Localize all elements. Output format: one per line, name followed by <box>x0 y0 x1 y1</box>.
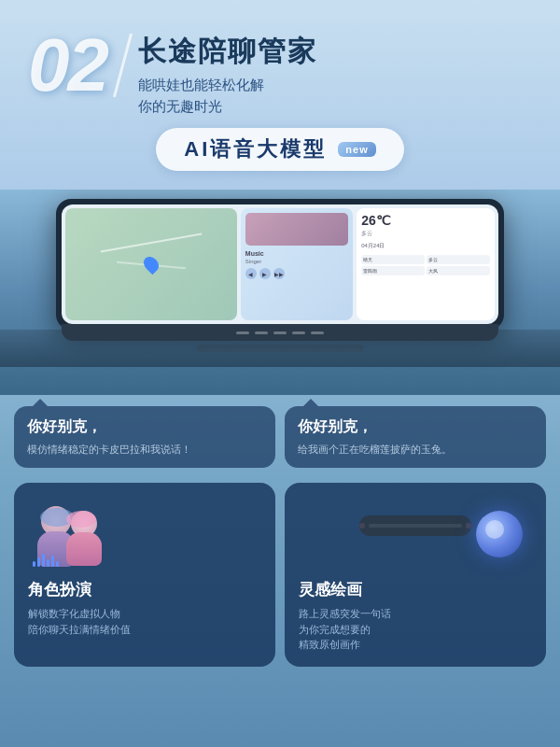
drawing-text: 路上灵感突发一句话 为你完成想要的 精致原创画作 <box>299 606 532 653</box>
weather-grid: 晴天 多云 雷阵雨 大风 <box>361 255 490 275</box>
section-number: 02 <box>28 28 107 103</box>
roleplay-line2: 陪你聊天拉满情绪价值 <box>28 624 131 635</box>
chat-section: 你好别克， 模仿情绪稳定的卡皮巴拉和我说话！ 你好别克， 给我画个正在吃榴莲披萨… <box>0 395 560 475</box>
device-bar <box>359 515 471 536</box>
weather-item: 晴天 <box>361 255 425 264</box>
drawing-line3: 精致原创画作 <box>299 639 360 650</box>
weather-item: 雷阵雨 <box>361 266 425 275</box>
divider-line <box>113 34 133 97</box>
wave-bar <box>47 559 49 567</box>
weather-date: 04月24日 <box>361 242 490 250</box>
roleplay-line1: 解锁数字化虚拟人物 <box>28 608 120 619</box>
chat-bubble-left: 你好别克， 模仿情绪稳定的卡皮巴拉和我说话！ <box>14 406 275 468</box>
feature-card-drawing: 灵感绘画 路上灵感突发一句话 为你完成想要的 精致原创画作 <box>285 483 546 667</box>
nav-dot <box>273 331 287 334</box>
wave-bar <box>42 554 45 567</box>
nav-dot <box>255 331 268 334</box>
media-controls: ◀ ▶ ▶▶ <box>245 268 348 279</box>
bubble-text-left: 模仿情绪稳定的卡皮巴拉和我说话！ <box>27 443 262 457</box>
roleplay-title: 角色扮演 <box>28 579 261 600</box>
dashboard-container: Music Singer ◀ ▶ ▶▶ 26℃ 多云 04月24日 <box>0 190 560 395</box>
main-title: 长途陪聊管家 <box>138 33 317 71</box>
drawing-line1: 路上灵感突发一句话 <box>299 608 391 619</box>
screen-panel-media: Music Singer ◀ ▶ ▶▶ <box>241 208 353 320</box>
nav-dot <box>311 331 324 334</box>
media-title: Music <box>245 250 348 257</box>
screen-frame: Music Singer ◀ ▶ ▶▶ 26℃ 多云 04月24日 <box>56 199 504 330</box>
subtitle-line1: 能哄娃也能轻松化解 <box>138 77 264 92</box>
chat-bubble-right: 你好别克， 给我画个正在吃榴莲披萨的玉兔。 <box>285 406 546 468</box>
bubble-title-right: 你好别克， <box>298 417 533 437</box>
ai-badge: AI语音大模型 new <box>156 128 403 171</box>
feature-section: 角色扮演 解锁数字化虚拟人物 陪你聊天拉满情绪价值 灵感绘画 路上灵感突发一句话… <box>0 475 560 681</box>
device-dot <box>359 523 365 529</box>
wave-bar <box>51 556 54 567</box>
subtitle-line2: 你的无趣时光 <box>138 98 222 114</box>
screen-inner: Music Singer ◀ ▶ ▶▶ 26℃ 多云 04月24日 <box>62 204 498 324</box>
header-row: 02 长途陪聊管家 能哄娃也能轻松化解 你的无趣时光 <box>28 28 532 117</box>
screen-panel-weather: 26℃ 多云 04月24日 晴天 多云 雷阵雨 大风 <box>357 208 495 320</box>
ai-badge-row: AI语音大模型 new <box>28 128 532 171</box>
wave-bar <box>33 561 35 567</box>
drawing-title: 灵感绘画 <box>299 579 532 600</box>
media-subtitle: Singer <box>245 259 348 264</box>
wave-bar <box>56 561 59 567</box>
nav-dot <box>236 331 249 334</box>
wave-bar <box>37 557 40 567</box>
weather-temp: 26℃ <box>361 213 490 228</box>
roleplay-illustration <box>28 497 261 571</box>
drawing-illustration <box>299 497 532 571</box>
feature-card-roleplay: 角色扮演 解锁数字化虚拟人物 陪你聊天拉满情绪价值 <box>14 483 275 667</box>
sound-wave <box>33 554 59 567</box>
title-block: 长途陪聊管家 能哄娃也能轻松化解 你的无趣时光 <box>138 33 317 117</box>
bubble-title-left: 你好别克， <box>27 417 262 437</box>
ai-label: AI语音大模型 <box>184 135 327 163</box>
weather-item: 多云 <box>427 255 490 264</box>
device-dot <box>466 523 471 529</box>
screen-panel-map <box>65 208 237 320</box>
new-badge: new <box>338 142 375 157</box>
weather-desc: 多云 <box>361 230 490 238</box>
character-2 <box>61 511 107 571</box>
nav-dot <box>292 331 305 334</box>
car-interior: Music Singer ◀ ▶ ▶▶ 26℃ 多云 04月24日 <box>0 190 560 395</box>
bubble-text-right: 给我画个正在吃榴莲披萨的玉兔。 <box>298 443 533 457</box>
prev-btn[interactable]: ◀ <box>245 268 257 279</box>
orb-highlight <box>485 520 504 539</box>
screen-bottom-bar <box>62 324 498 341</box>
next-btn[interactable]: ▶▶ <box>273 268 285 279</box>
drawing-line2: 为你完成想要的 <box>299 624 371 635</box>
ai-orb <box>476 511 523 557</box>
top-section: 02 长途陪聊管家 能哄娃也能轻松化解 你的无趣时光 AI语音大模型 new <box>0 0 560 180</box>
subtitle: 能哄娃也能轻松化解 你的无趣时光 <box>138 75 317 117</box>
weather-item: 大风 <box>427 266 490 275</box>
roleplay-text: 解锁数字化虚拟人物 陪你聊天拉满情绪价值 <box>28 606 261 637</box>
play-btn[interactable]: ▶ <box>259 268 271 279</box>
device-screen <box>369 524 462 528</box>
